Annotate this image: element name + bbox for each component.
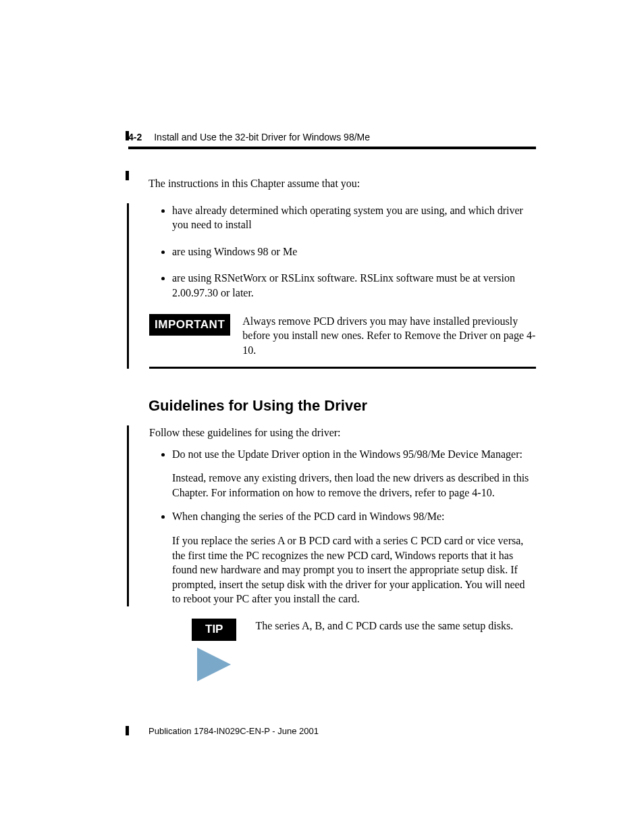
- guideline-detail: Instead, remove any existing drivers, th…: [172, 471, 529, 500]
- follow-text: Follow these guidelines for using the dr…: [149, 425, 536, 440]
- assumptions-block: have already determined which operating …: [127, 203, 536, 369]
- important-text: Always remove PCD drivers you may have i…: [242, 314, 536, 358]
- guideline-lead: When changing the series of the PCD card…: [172, 511, 444, 522]
- list-item: are using Windows 98 or Me: [172, 244, 536, 259]
- running-title: Install and Use the 32-bit Driver for Wi…: [154, 132, 370, 142]
- assumptions-list: have already determined which operating …: [172, 203, 536, 301]
- play-triangle-icon: [194, 641, 234, 681]
- list-item: are using RSNetWorx or RSLinx software. …: [172, 271, 536, 300]
- svg-marker-0: [197, 648, 231, 681]
- tip-label: TIP: [192, 619, 236, 641]
- important-callout: IMPORTANT Always remove PCD drivers you …: [149, 314, 536, 369]
- intro-text: The instructions in this Chapter assume …: [149, 176, 536, 191]
- guideline-detail: If you replace the series A or B PCD car…: [172, 533, 529, 606]
- tip-callout: TIP The series A, B, and C PCD cards use…: [192, 619, 536, 681]
- guidelines-block: Follow these guidelines for using the dr…: [127, 425, 536, 606]
- page-number: 4-2: [128, 132, 142, 142]
- section-heading: Guidelines for Using the Driver: [149, 396, 536, 416]
- publication-footer: Publication 1784-IN029C-EN-P - June 2001: [149, 726, 319, 736]
- guideline-lead: Do not use the Update Driver option in t…: [172, 448, 522, 460]
- list-item: When changing the series of the PCD card…: [172, 509, 536, 606]
- guidelines-list: Do not use the Update Driver option in t…: [172, 447, 536, 606]
- page-header: 4-2 Install and Use the 32-bit Driver fo…: [128, 132, 536, 142]
- list-item: have already determined which operating …: [172, 203, 536, 232]
- header-rule: [128, 147, 536, 149]
- tip-text: The series A, B, and C PCD cards use the…: [255, 619, 513, 681]
- list-item: Do not use the Update Driver option in t…: [172, 447, 536, 500]
- change-bar: [126, 726, 129, 735]
- important-label: IMPORTANT: [149, 314, 230, 336]
